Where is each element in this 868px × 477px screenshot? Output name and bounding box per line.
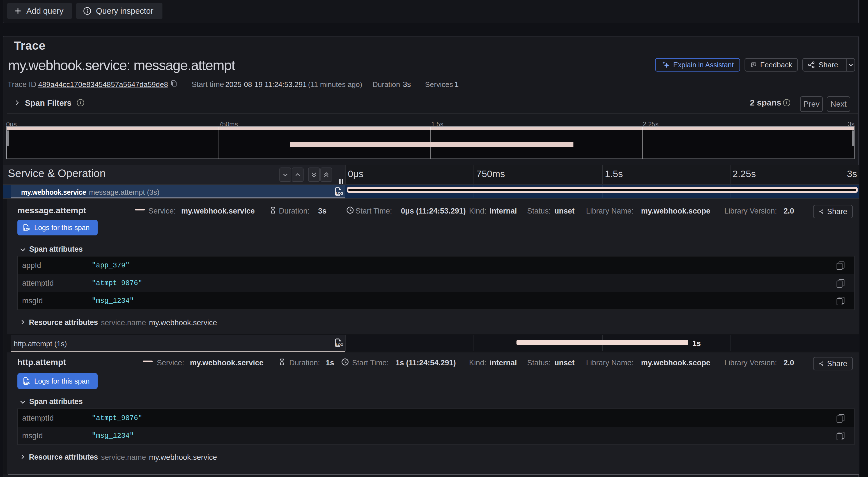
svg-text:LOG: LOG — [336, 191, 343, 196]
svg-text:LOG: LOG — [24, 228, 30, 231]
svg-text:LOG: LOG — [24, 381, 30, 384]
svg-text:LOG: LOG — [336, 342, 343, 347]
